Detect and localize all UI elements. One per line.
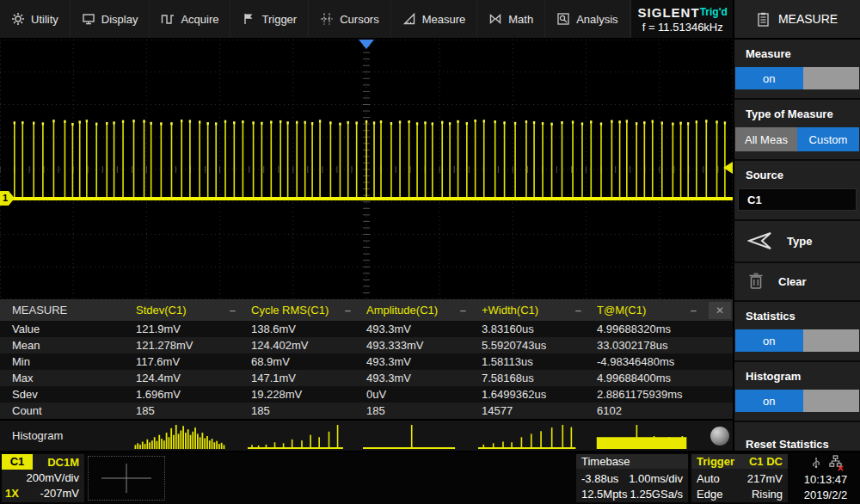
measure-toggle-on[interactable]: on (735, 67, 803, 89)
type-button[interactable]: Type (734, 221, 860, 263)
menu-trigger[interactable]: Trigger (230, 0, 309, 38)
measure-value-cell: 4.99688320ms (590, 323, 705, 335)
measure-table-row: Sdev1.696mV19.228mV0uV1.6499362us2.88611… (0, 386, 733, 403)
menu-analysis[interactable]: Analysis (545, 0, 630, 38)
measure-table: MEASUREStdev(C1)–Cycle RMS(C1)–Amplitude… (0, 299, 733, 451)
measure-column-label: +Width(C1) (482, 304, 538, 317)
timebase-scale: 1.00ms/div (629, 472, 683, 485)
measure-column-header[interactable]: Amplitude(C1)– (359, 304, 475, 317)
menu-display[interactable]: Display (71, 0, 150, 38)
statistics-toggle-on[interactable]: on (735, 329, 803, 352)
row-label: Mean (0, 339, 129, 352)
panel-title: MEASURE (778, 12, 838, 26)
menu-utility[interactable]: Utility (0, 0, 71, 38)
collapse-column-button[interactable]: – (230, 304, 236, 317)
all-meas-button[interactable]: All Meas (735, 127, 797, 151)
measure-column-header[interactable]: T@M(C1)– (590, 304, 705, 317)
tam-histogram (590, 421, 705, 451)
timebase-label: Timebase (581, 455, 630, 468)
display-icon (82, 12, 95, 26)
source-label: Source (734, 169, 860, 188)
measure-table-title: MEASURE (0, 304, 129, 317)
histogram-label: Histogram (734, 370, 860, 390)
measure-value-cell: 493.333mV (359, 339, 475, 352)
histogram-toggle[interactable]: on (735, 390, 859, 412)
waveform-plot (0, 40, 733, 299)
menu-trigger-label: Trigger (261, 13, 297, 26)
menu-bar: Utility Display Acquire Trigger Cursors … (0, 0, 733, 38)
close-table-button[interactable]: ✕ (709, 302, 731, 319)
row-label: Min (0, 355, 129, 368)
channel1-coupling: DC1M (47, 456, 84, 469)
reset-statistics-button[interactable]: Reset Statistics (734, 422, 860, 451)
collapse-column-button[interactable]: – (460, 304, 466, 317)
trigger-level-marker[interactable] (723, 162, 733, 174)
measure-value-cell: 185 (244, 404, 359, 417)
histogram-knob-icon[interactable] (710, 427, 729, 446)
measure-column-header[interactable]: +Width(C1)– (475, 304, 590, 317)
type-of-measure-label: Type of Measure (734, 108, 860, 127)
measure-value-cell: 121.9mV (129, 323, 244, 335)
measure-value-cell: 19.228mV (244, 388, 359, 401)
trigger-label: Trigger (697, 455, 734, 468)
measure-table-body: Value121.9mV138.6mV493.3mV3.83160us4.996… (0, 321, 733, 419)
custom-button[interactable]: Custom (797, 127, 859, 151)
measure-column-header[interactable]: Cycle RMS(C1)– (244, 304, 359, 317)
measure-table-row: Count185185185145776102 (0, 403, 733, 419)
histogram-toggle-on[interactable]: on (735, 390, 803, 412)
menu-acquire[interactable]: Acquire (150, 0, 230, 38)
trigger-box[interactable]: Trigger C1 DC Auto 217mV Edge Rising (691, 454, 788, 502)
trigger-slope: Rising (752, 488, 783, 501)
measure-column-header[interactable]: Stdev(C1)– (129, 304, 244, 317)
measure-value-cell: 493.3mV (359, 355, 475, 368)
collapse-column-button[interactable]: – (345, 304, 351, 317)
measure-value-cell: 124.4mV (129, 372, 244, 384)
section-histogram: Histogram on (734, 362, 860, 422)
measure-value-cell: 493.3mV (359, 372, 475, 384)
statusbar-spacer (167, 452, 574, 504)
measure-table-header: MEASUREStdev(C1)–Cycle RMS(C1)–Amplitude… (0, 299, 733, 321)
measure-toggle-off[interactable] (803, 67, 859, 89)
source-select[interactable]: C1 (738, 188, 857, 211)
timebase-box[interactable]: Timebase -3.88us 1.00ms/div 12.5Mpts 1.2… (576, 454, 688, 502)
measure-value-cell: 4.99688400ms (590, 372, 705, 384)
menu-cursors[interactable]: Cursors (309, 0, 391, 38)
trigger-type: Edge (697, 488, 722, 501)
measure-sidebar: Measure on Type of Measure All Meas Cust… (733, 40, 860, 451)
type-of-measure-segmented: All Meas Custom (735, 127, 859, 151)
collapse-column-button[interactable]: – (691, 304, 697, 317)
trigger-source: C1 DC (749, 455, 783, 468)
statistics-toggle-off[interactable] (803, 329, 859, 352)
channel1-tab[interactable]: C1 (2, 454, 33, 470)
measure-panel-header: MEASURE (733, 0, 860, 38)
measure-column-label: T@M(C1) (597, 304, 646, 317)
menu-measure[interactable]: Measure (391, 0, 478, 38)
row-label: Count (0, 404, 129, 417)
measure-value-cell: 147.1mV (244, 372, 359, 384)
measure-value-cell: 1.58113us (475, 355, 590, 368)
clock-box: ✕ 10:13:47 2019/2/2 (793, 454, 858, 502)
trash-icon (747, 272, 765, 291)
measure-toggle[interactable]: on (735, 67, 859, 89)
clear-button[interactable]: Clear (734, 263, 860, 302)
measure-value-cell: 6102 (590, 404, 705, 417)
trigger-mode: Auto (697, 472, 720, 485)
measure-value-cell: 124.402mV (244, 339, 359, 352)
math-bowtie-icon (488, 12, 502, 26)
waveform-display[interactable]: 1 (0, 40, 733, 299)
timebase-delay: -3.88us (581, 472, 618, 485)
statistics-toggle[interactable]: on (735, 329, 859, 352)
amplitude-histogram (359, 421, 475, 451)
trigger-position-marker[interactable] (359, 40, 374, 49)
histogram-toggle-off[interactable] (803, 390, 859, 412)
channel1-info-box[interactable]: C1 DC1M 200mV/div 1X -207mV (2, 454, 84, 502)
measure-value-cell: 138.6mV (244, 323, 359, 335)
histogram-row: Histogram (0, 419, 733, 451)
empty-channel-slot[interactable] (88, 456, 165, 501)
stdev-histogram (129, 421, 244, 451)
clipboard-icon (757, 12, 770, 27)
menu-math[interactable]: Math (477, 0, 545, 38)
section-statistics: Statistics on (734, 302, 860, 362)
collapse-column-button[interactable]: – (575, 304, 581, 317)
row-label: Max (0, 372, 129, 384)
